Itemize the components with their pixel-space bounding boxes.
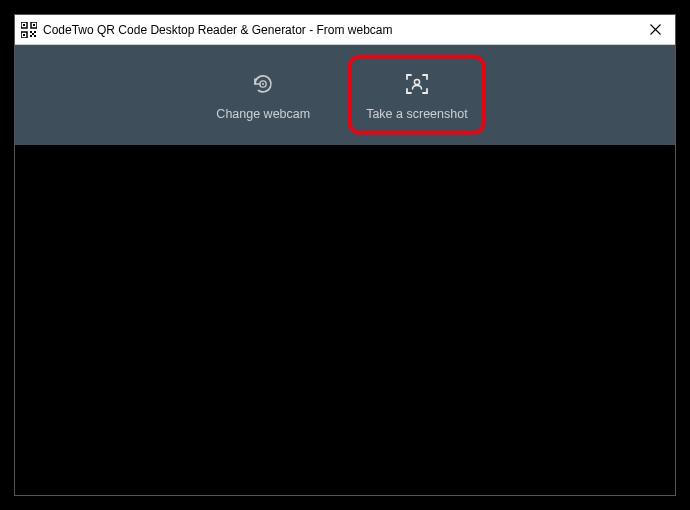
screenshot-icon bbox=[404, 69, 430, 99]
take-screenshot-label: Take a screenshot bbox=[366, 107, 467, 121]
toolbar: Change webcam Take a screenshot bbox=[15, 45, 675, 145]
change-webcam-button[interactable]: Change webcam bbox=[204, 61, 322, 129]
titlebar: CodeTwo QR Code Desktop Reader & Generat… bbox=[15, 15, 675, 45]
close-button[interactable] bbox=[635, 15, 675, 45]
svg-rect-10 bbox=[32, 33, 34, 35]
refresh-webcam-icon bbox=[250, 69, 276, 99]
svg-rect-6 bbox=[30, 31, 32, 33]
svg-point-14 bbox=[262, 83, 264, 85]
app-qr-icon bbox=[21, 22, 37, 38]
svg-rect-7 bbox=[34, 31, 36, 33]
svg-rect-8 bbox=[30, 35, 32, 37]
svg-rect-9 bbox=[34, 35, 36, 37]
svg-rect-3 bbox=[33, 24, 35, 26]
svg-rect-1 bbox=[23, 24, 25, 26]
svg-rect-5 bbox=[23, 34, 25, 36]
window-title: CodeTwo QR Code Desktop Reader & Generat… bbox=[43, 23, 635, 37]
webcam-preview-area bbox=[15, 145, 675, 495]
close-icon bbox=[650, 24, 661, 35]
app-window: CodeTwo QR Code Desktop Reader & Generat… bbox=[14, 14, 676, 496]
take-screenshot-button[interactable]: Take a screenshot bbox=[348, 55, 485, 135]
svg-point-15 bbox=[414, 79, 419, 84]
change-webcam-label: Change webcam bbox=[216, 107, 310, 121]
